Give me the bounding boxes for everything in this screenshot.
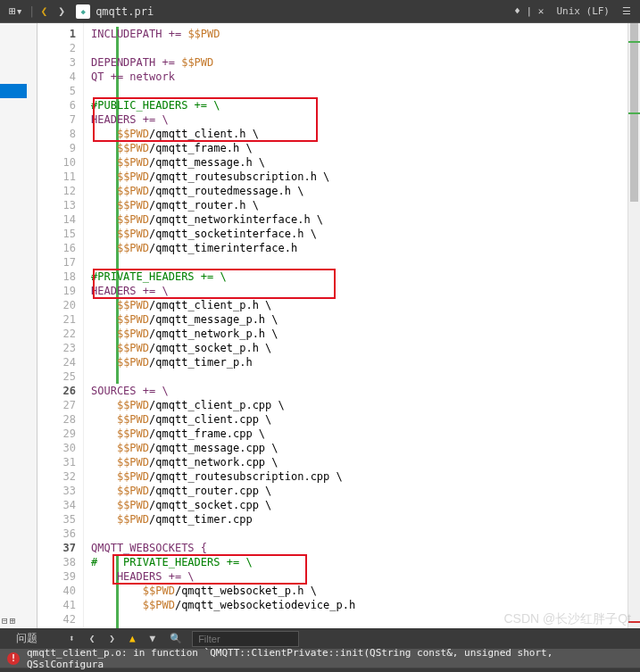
nav-back-icon[interactable]: ❮ [35,3,53,20]
editor-toolbar: ⊞▾ | ❮ ❯ ◆ qmqtt.pri ♦ | ✕ Unix (LF) ☰ [0,0,640,23]
filter-input[interactable] [192,631,299,647]
error-icon: ! [7,652,20,665]
next-issue-icon[interactable]: ❯ [104,631,120,646]
change-mark [628,112,640,114]
divider: | [29,4,36,18]
fold-icon[interactable]: ⊟ [2,615,8,626]
left-margin: ⊟ ⊞ [0,23,37,628]
main-area: ⊟ ⊞ 123456789101112131415161718192021222… [0,23,640,628]
prev-issue-icon[interactable]: ❮ [85,631,100,646]
nav-forward-icon[interactable]: ❯ [53,3,71,20]
dropdown-icon[interactable]: ♦ | ✕ [509,4,549,19]
filter-funnel-icon[interactable]: ▼ [145,631,161,646]
line-numbers: 1234567891011121314151617181920212223242… [37,23,84,628]
file-type-icon: ◆ [76,4,90,19]
filename-label: qmqtt.pri [96,5,154,18]
change-mark [628,41,640,43]
line-ending-label[interactable]: Unix (LF) [556,5,610,17]
issue-text: qmqtt_client_p.o: in function `QMQTT::Cl… [27,647,633,670]
issue-row[interactable]: ! qmqtt_client_p.o: in function `QMQTT::… [0,649,640,668]
watermark: CSDN @长沙红胖子Qt [503,611,631,627]
expand-icon[interactable]: ⊞ [10,615,16,626]
issues-panel: ! qmqtt_client_p.o: in function `QMQTT::… [0,649,640,672]
bookmark-marker[interactable] [0,84,27,98]
code-editor[interactable]: 1234567891011121314151617181920212223242… [37,23,628,628]
encoding-icon[interactable]: ☰ [617,4,636,19]
split-icon[interactable]: ⊞▾ [4,3,29,20]
code-content[interactable]: INCLUDEPATH += $$PWDDEPENDPATH += $$PWDQ… [84,23,628,628]
minimap-scrollbar[interactable] [628,23,640,628]
warning-icon[interactable]: ▲ [125,631,140,646]
search-icon: 🔍 [165,631,187,646]
collapse-icon[interactable]: ⬍ [64,631,79,646]
